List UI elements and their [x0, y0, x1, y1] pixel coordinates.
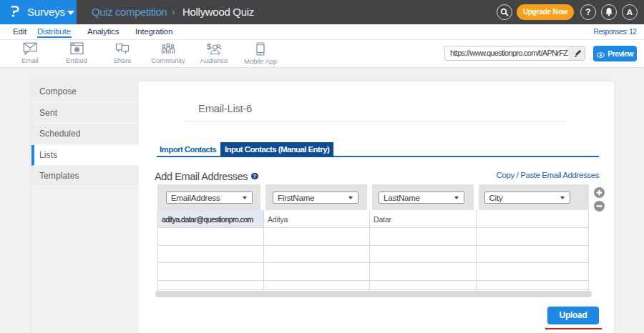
- svg-text:$: $: [207, 42, 211, 51]
